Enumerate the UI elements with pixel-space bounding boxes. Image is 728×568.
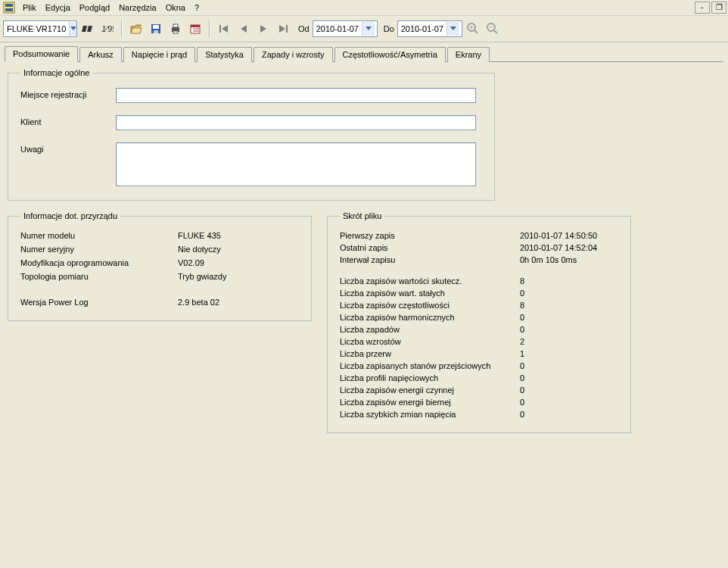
info-value: V02.09: [178, 258, 299, 267]
info-label: Liczba zapisów energii biernej: [340, 398, 514, 407]
client-label: Klient: [20, 115, 116, 126]
notes-label: Uwagi: [20, 142, 116, 154]
info-label: Topologia pomiaru: [20, 272, 172, 281]
info-label: Interwał zapisu: [340, 255, 514, 264]
svg-line-28: [494, 30, 497, 33]
content: Informacje ogólne Miejsce rejestracji Kl…: [0, 62, 728, 450]
to-date-value: 2010-01-07: [398, 24, 446, 33]
svg-rect-1: [5, 4, 13, 7]
info-value: 8: [520, 301, 618, 310]
info-value: 0: [520, 385, 618, 395]
info-label: Liczba zapisów częstotliwości: [340, 301, 514, 310]
toolbar: FLUKE VR1710 1⁄99 Od 2010-01-07 Do: [0, 16, 728, 42]
svg-rect-15: [219, 25, 221, 33]
zoom-in-icon[interactable]: [464, 20, 482, 38]
menu-bar: Plik Edycja Podgląd Narzędzia Okna ? ‐ ❐: [0, 0, 728, 16]
general-legend: Informacje ogólne: [20, 68, 92, 77]
info-label: Liczba zapisów harmonicznych: [340, 313, 514, 322]
save-icon[interactable]: [147, 20, 165, 38]
device-combo[interactable]: FLUKE VR1710: [3, 20, 77, 37]
svg-rect-20: [286, 25, 288, 33]
tab-summary[interactable]: Podsumowanie: [5, 46, 78, 62]
zoom-out-icon[interactable]: [484, 20, 502, 38]
menu-edit[interactable]: Edycja: [41, 2, 75, 14]
svg-line-24: [474, 30, 478, 33]
chevron-down-icon: [446, 22, 459, 36]
tab-statistics[interactable]: Statystyka: [197, 47, 252, 62]
from-date-value: 2010-01-07: [313, 24, 362, 33]
app-icon: [3, 2, 15, 14]
info-value: 0: [520, 410, 618, 419]
info-value: FLUKE 435: [178, 231, 299, 240]
info-label: Liczba zapisanych stanów przejściowych: [340, 361, 514, 370]
menu-tools[interactable]: Narzędzia: [114, 2, 161, 14]
calendar-icon[interactable]: [186, 20, 204, 38]
file-shortcut-group: Skrót pliku Pierwszy zapis 2010-01-07 14…: [327, 211, 631, 433]
menu-file[interactable]: Plik: [18, 2, 41, 14]
instrument-info-group: Informacje dot. przyrządu Numer modelu F…: [8, 211, 312, 321]
last-icon[interactable]: [274, 20, 292, 38]
prev-icon[interactable]: [235, 20, 253, 38]
first-icon[interactable]: [215, 20, 233, 38]
restore-button[interactable]: ❐: [711, 2, 726, 14]
chevron-down-icon: [69, 22, 76, 36]
to-date-combo[interactable]: 2010-01-07: [397, 20, 462, 37]
info-label: Ostatni zapis: [340, 243, 514, 252]
to-label: Do: [379, 24, 396, 33]
info-label: Modyfikacja oprogramowania: [20, 258, 172, 267]
svg-marker-3: [70, 27, 76, 30]
info-label: Liczba przerw: [340, 349, 514, 358]
from-date-combo[interactable]: 2010-01-07: [313, 20, 378, 37]
svg-marker-19: [279, 25, 285, 33]
info-label: Wersja Power Log: [20, 298, 172, 307]
svg-rect-9: [173, 24, 178, 27]
info-value: 0h 0m 10s 0ms: [520, 255, 618, 264]
info-value: 2.9 beta 02: [178, 298, 299, 307]
general-info-group: Informacje ogólne Miejsce rejestracji Kl…: [8, 68, 495, 201]
menu-view[interactable]: Podgląd: [75, 2, 114, 14]
info-value: 0: [520, 325, 618, 334]
tab-frequency[interactable]: Częstotliowość/Asymetria: [334, 47, 446, 62]
svg-marker-21: [366, 27, 372, 30]
open-icon[interactable]: [127, 20, 145, 38]
svg-marker-22: [450, 27, 456, 30]
info-value: 0: [520, 313, 618, 322]
client-input[interactable]: [116, 115, 476, 130]
next-icon[interactable]: [254, 20, 272, 38]
place-input[interactable]: [116, 88, 476, 103]
tab-dips-swells[interactable]: Zapady i wzrosty: [254, 47, 333, 62]
menu-windows[interactable]: Okna: [161, 2, 190, 14]
menu-help[interactable]: ?: [190, 2, 204, 14]
info-value: 8: [520, 276, 618, 286]
notes-textarea[interactable]: [116, 142, 476, 186]
info-value: 0: [520, 373, 618, 382]
info-value: Nie dotyczy: [178, 245, 299, 254]
tab-screens[interactable]: Ekrany: [447, 47, 490, 62]
info-value: 0: [520, 361, 618, 370]
from-label: Od: [294, 24, 311, 33]
minimize-button[interactable]: ‐: [695, 2, 710, 14]
info-label: Liczba zapisów wart. stałych: [340, 289, 514, 298]
svg-rect-2: [5, 8, 13, 11]
svg-rect-7: [154, 30, 158, 33]
print-icon[interactable]: [166, 20, 185, 38]
info-label: Pierwszy zapis: [340, 231, 514, 240]
chevron-down-icon: [362, 22, 375, 36]
info-label: Numer seryjny: [20, 245, 172, 254]
svg-rect-12: [191, 25, 200, 27]
info-label: Liczba zapadów: [340, 325, 514, 334]
info-value: 2010-01-07 14:52:04: [520, 243, 618, 252]
connect-icon[interactable]: [79, 20, 97, 38]
place-label: Miejsce rejestracji: [20, 88, 116, 99]
info-label: Liczba szybkich zmian napięcia: [340, 410, 514, 419]
shortcut-legend: Skrót pliku: [340, 211, 384, 220]
info-label: Numer modelu: [20, 231, 172, 240]
tab-sheet[interactable]: Arkusz: [79, 47, 122, 62]
info-value: 0: [520, 398, 618, 407]
tab-voltage-current[interactable]: Napięcie i prąd: [123, 47, 195, 62]
info-value: Tryb gwiazdy: [178, 272, 299, 281]
svg-marker-17: [241, 25, 247, 33]
info-label: Liczba profili napięciowych: [340, 373, 514, 382]
svg-text:1⁄99: 1⁄99: [101, 24, 114, 33]
download-icon[interactable]: 1⁄99: [98, 20, 117, 38]
